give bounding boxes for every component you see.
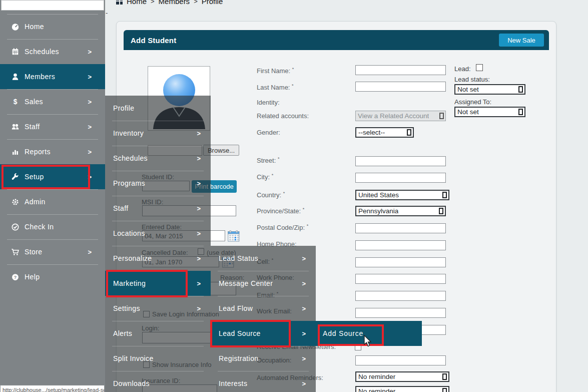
sidebar-item-setup[interactable]: Setup > [0,164,105,189]
dropdown-glyph-icon [407,129,411,136]
chevron-right-icon: > [88,98,92,106]
wrench-icon [11,173,20,181]
chevron-right-icon: > [302,255,306,262]
member-icon [11,73,20,81]
dropdown-glyph-icon [442,373,447,380]
country-select[interactable]: United States [355,190,449,200]
city-input[interactable] [355,173,446,183]
automated-reminders-select[interactable]: No reminder [355,371,449,382]
dropdown-glyph-icon [439,113,444,119]
email-input[interactable] [355,291,446,301]
assigned-to-select[interactable]: Not set [454,107,525,117]
sidebar-item-sales[interactable]: $ Sales > [0,89,105,114]
gender-select[interactable]: --select-- [355,127,414,138]
check-circle-icon [11,223,20,231]
submenu-item-lead-source[interactable]: Lead Source> [211,321,316,346]
submenu-item-registration[interactable]: Registration> [211,346,316,371]
question-circle-icon: ? [11,273,20,281]
dropdown-glyph-icon [442,388,447,392]
submenu-item-schedules[interactable]: Schedules> [105,146,211,171]
chevron-right-icon: > [302,280,306,287]
submenu-item-programs[interactable]: Programs> [105,171,211,196]
chevron-right-icon: > [197,180,201,187]
gear-icon [11,198,20,206]
chevron-right-icon: > [197,155,201,162]
sidebar-item-staff[interactable]: Staff > [0,114,105,139]
related-accounts-select[interactable]: View a Related Account [355,111,446,121]
sidebar-item-schedules[interactable]: Schedules > [0,39,105,64]
chevron-right-icon: > [197,280,201,287]
first-name-input[interactable] [355,65,446,75]
submenu-item-locations[interactable]: Locations> [105,221,211,246]
submenu-item-profile[interactable]: Profile [105,96,211,121]
bar-chart-icon [11,148,20,156]
chevron-right-icon: > [88,123,92,131]
cell-input[interactable] [355,257,446,267]
submenu-item-alerts[interactable]: Alerts [105,321,211,346]
svg-text:?: ? [14,274,17,279]
status-bar: http://clubhouse.../setup/marketing/lead… [0,385,105,392]
form-header: Add Student New Sale [124,30,549,50]
work-email-input[interactable] [355,308,446,318]
bottom-reminder-select[interactable]: No reminder [355,386,449,392]
submenu-item-marketing[interactable]: Marketing> [105,271,211,296]
submenu-item-lead-status[interactable]: Lead Status> [211,246,316,271]
assigned-to-label: Assigned To: [454,98,491,106]
province-state-label: Province/State: * [257,207,304,215]
lead-checkbox[interactable] [476,64,483,71]
breadcrumb-separator: > [151,0,155,5]
submenu-item-lead-flow[interactable]: Lead Flow> [211,296,316,321]
sidebar: Home Schedules > Members > $ Sales > Sta… [0,0,105,392]
province-state-select[interactable]: Pennsylvania [355,206,446,216]
calendar-picker-icon[interactable] [228,230,240,244]
submenu-item-staff[interactable]: Staff> [105,196,211,221]
submenu-item-inventory[interactable]: Inventory> [105,121,211,146]
submenu-item-personalize[interactable]: Personalize> [105,246,211,271]
submenu-item-downloads[interactable]: Downloads [105,371,211,392]
chevron-right-icon: > [197,255,201,262]
chevron-right-icon: > [88,73,92,81]
submenu-item-split-invoice[interactable]: Split Invoice [105,346,211,371]
postal-code-input[interactable] [355,223,446,233]
sidebar-item-home[interactable]: Home [0,14,105,39]
chevron-right-icon: > [197,130,201,137]
sidebar-item-reports[interactable]: Reports > [0,139,105,164]
submenu-item-settings[interactable]: Settings> [105,296,211,321]
sidebar-item-members[interactable]: Members > [0,64,105,89]
new-sale-button[interactable]: New Sale [499,34,544,47]
home-phone-input[interactable] [355,240,446,250]
sidebar-item-store[interactable]: Store > [0,239,105,264]
submenu-item-add-source[interactable]: Add Source [316,321,422,346]
cart-icon [11,248,20,256]
dropdown-glyph-icon [518,109,523,115]
staff-icon [11,123,20,131]
last-name-input[interactable] [355,82,446,92]
breadcrumb-home[interactable]: Home [127,0,147,6]
work-phone-input[interactable] [355,274,446,284]
identity-label: Identity: [257,99,280,106]
first-name-label: First Name: * [257,67,294,75]
breadcrumb-members[interactable]: Members [159,0,190,6]
chevron-right-icon: > [302,330,306,337]
breadcrumb-profile[interactable]: Profile [202,0,223,6]
sidebar-item-check-in[interactable]: Check In [0,214,105,239]
chevron-right-icon: > [197,230,201,237]
street-input[interactable] [355,156,446,166]
lead-status-select[interactable]: Not set [454,84,525,95]
chevron-right-icon: > [88,148,92,156]
chevron-right-icon: > [302,305,306,312]
dropdown-glyph-icon [518,86,523,93]
sidebar-item-help[interactable]: ? Help [0,264,105,289]
setup-submenu: Profile Inventory> Schedules> Programs> … [105,96,211,392]
lead-label: Lead: [454,65,471,73]
marketing-submenu: Lead Status> Message Center> Lead Flow> … [211,246,316,392]
chevron-right-icon: > [197,205,201,212]
last-name-label: Last Name: * [257,83,294,91]
chevron-right-icon: > [197,305,201,312]
submenu-item-message-center[interactable]: Message Center> [211,271,316,296]
occupation-input[interactable] [355,355,446,365]
svg-text:$: $ [14,98,18,106]
submenu-item-interests[interactable]: Interests> [211,371,316,392]
dropdown-glyph-icon [442,192,447,198]
sidebar-item-admin[interactable]: Admin [0,189,105,214]
